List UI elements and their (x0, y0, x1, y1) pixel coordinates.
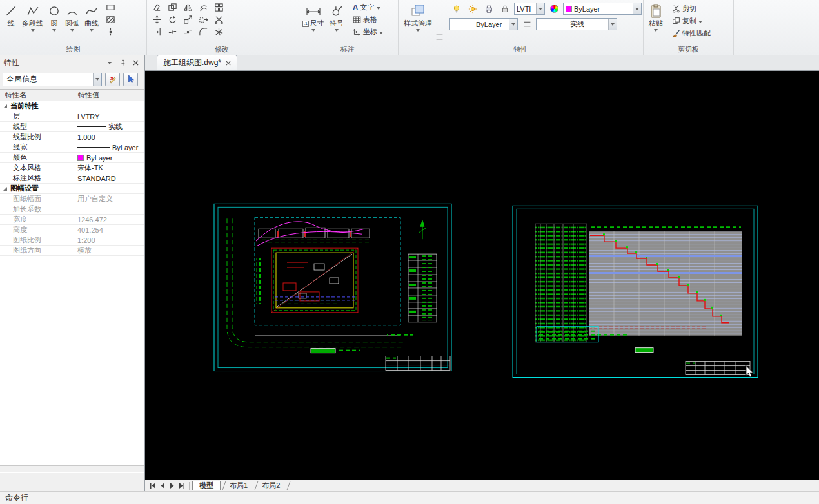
panel-menu-button[interactable] (104, 58, 115, 68)
ribbon-group-properties: 样式管理 LVTI (399, 0, 644, 55)
extend-tool-button[interactable] (150, 26, 164, 37)
property-row-linetype: 线型 实线 (0, 122, 144, 132)
linestyle-menu-button[interactable] (520, 19, 534, 30)
ribbon-group-draw: 线 多段线 圆 圆弧 曲线 (0, 0, 147, 55)
fillet-icon (199, 27, 208, 37)
chevron-down-icon (633, 3, 641, 14)
linetype-select[interactable]: ByLayer (449, 18, 518, 30)
select-arrow-icon (126, 75, 135, 84)
command-line-label[interactable]: 命令行 (5, 492, 28, 503)
circle-tool-button[interactable]: 圆 (46, 1, 63, 33)
style-manager-button[interactable]: 样式管理 (401, 1, 435, 33)
table-tool-label: 表格 (363, 15, 377, 24)
close-icon (133, 60, 139, 66)
copy-button[interactable]: 复制 (669, 15, 713, 26)
break-tool-button[interactable] (165, 26, 179, 37)
clipboard-group-label: 剪切板 (644, 44, 733, 54)
circle-tool-label: 圆 (51, 19, 58, 28)
next-layout-button[interactable] (167, 481, 177, 490)
hatch-tool-button[interactable] (103, 14, 117, 25)
dimension-tool-button[interactable]: .1 尺寸 (300, 1, 327, 33)
last-layout-button[interactable] (177, 481, 186, 490)
mirror-tool-button[interactable] (181, 2, 195, 13)
spline-tool-button[interactable]: 曲线 (82, 1, 101, 33)
array-tool-button[interactable] (212, 2, 226, 13)
symbol-tool-label: 符号 (330, 19, 344, 28)
style-menu-button[interactable] (435, 32, 444, 43)
property-row-height: 高度 401.254 (0, 225, 144, 235)
chevron-down-icon (52, 29, 56, 32)
paste-label: 粘贴 (649, 19, 663, 28)
move-tool-button[interactable] (150, 14, 164, 25)
drawing-canvas[interactable] (145, 71, 819, 480)
close-icon[interactable] (226, 61, 231, 66)
layer-plot-button[interactable] (482, 3, 496, 14)
offset-tool-button[interactable] (196, 2, 210, 13)
group-row-current[interactable]: 当前特性 (0, 101, 144, 111)
dimension-tool-label: 尺寸 (310, 19, 324, 28)
property-row-text-style: 文本风格 宋体-TK (0, 163, 144, 173)
layer-lock-button[interactable] (498, 3, 512, 14)
erase-icon (152, 3, 162, 12)
draw-group-label: 绘图 (0, 44, 146, 54)
erase-tool-button[interactable] (150, 2, 164, 13)
offset-icon (199, 3, 208, 12)
match-properties-button[interactable]: 特性匹配 (669, 28, 713, 39)
trim-tool-button[interactable] (212, 14, 226, 25)
chevron-down-icon (416, 29, 420, 32)
circle-icon (48, 3, 60, 19)
layer-on-button[interactable] (449, 3, 464, 14)
arc-icon (66, 3, 78, 19)
printer-icon (484, 5, 493, 14)
north-arrow (419, 220, 426, 239)
line-tool-button[interactable]: 线 (3, 1, 19, 29)
ribbon-group-annotate: .1 尺寸 符号 A 文字 表格 (297, 0, 399, 55)
polyline-tool-button[interactable]: 多段线 (19, 1, 46, 33)
panel-pin-button[interactable] (117, 58, 128, 68)
first-layout-button[interactable] (148, 481, 157, 490)
panel-close-button[interactable] (130, 58, 141, 68)
rectangle-icon (106, 3, 115, 12)
menu-icon (435, 33, 444, 41)
menu-icon (523, 20, 531, 28)
previous-layout-button[interactable] (157, 481, 167, 490)
group-row-sheet[interactable]: 图幅设置 (0, 184, 144, 194)
document-tab-label: 施工组织图.dwg* (163, 57, 221, 68)
scale-tool-button[interactable] (181, 14, 195, 25)
tab-layout1[interactable]: 布局1 (224, 481, 253, 490)
fillet-tool-button[interactable] (196, 26, 210, 37)
tab-model[interactable]: 模型 (192, 481, 221, 490)
chevron-down-icon (70, 29, 74, 32)
property-row-lengthen-factor: 加长系数 (0, 204, 144, 215)
color-picker-button[interactable] (547, 3, 561, 14)
table-tool-button[interactable]: 表格 (350, 14, 386, 25)
tab-layout2[interactable]: 布局2 (257, 481, 285, 490)
copy-tool-button[interactable] (165, 2, 179, 13)
symbol-tool-button[interactable]: 符号 (327, 1, 346, 33)
rectangle-tool-button[interactable] (103, 2, 117, 13)
stretch-tool-button[interactable] (196, 14, 210, 25)
join-tool-button[interactable] (181, 26, 195, 37)
text-tool-button[interactable]: A 文字 (350, 2, 386, 13)
move-icon (152, 15, 162, 24)
edit-properties-button[interactable] (105, 73, 120, 86)
coordinate-tool-button[interactable]: 坐标 (350, 26, 386, 37)
paste-button[interactable]: 粘贴 (646, 1, 666, 33)
arc-tool-button[interactable]: 圆弧 (63, 1, 82, 33)
cut-button[interactable]: 剪切 (669, 3, 713, 14)
current-color-swatch (566, 6, 572, 12)
layer-thaw-button[interactable] (466, 3, 480, 14)
document-tab[interactable]: 施工组织图.dwg* (157, 55, 237, 70)
linestyle-select[interactable]: 实线 (536, 18, 617, 30)
explode-tool-button[interactable] (212, 26, 226, 37)
cut-icon (672, 5, 680, 13)
layer-select[interactable]: LVTI (514, 3, 545, 15)
copy-label: 复制 (682, 16, 696, 26)
rotate-tool-button[interactable] (165, 14, 179, 25)
mirror-icon (183, 3, 193, 12)
select-objects-button[interactable] (123, 73, 138, 86)
scope-select[interactable]: 全局信息 (3, 73, 102, 86)
color-select[interactable]: ByLayer (563, 3, 642, 15)
point-tool-button[interactable] (103, 26, 117, 37)
color-swatch (77, 155, 84, 161)
